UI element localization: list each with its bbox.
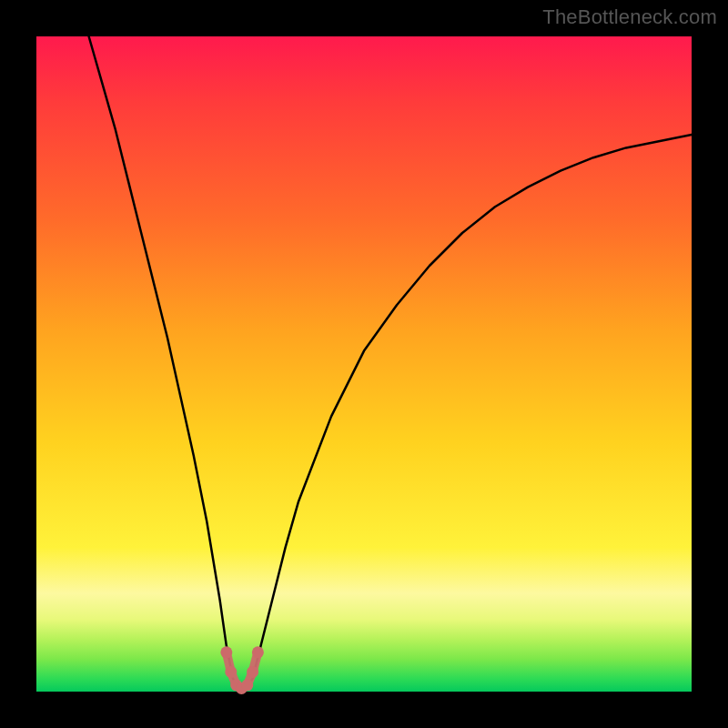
bottleneck-curve <box>89 36 692 688</box>
trough-marker <box>220 646 232 658</box>
trough-marker <box>225 666 237 678</box>
bottleneck-curve-path <box>89 36 692 688</box>
curve-layer <box>36 36 692 692</box>
chart-frame: TheBottleneck.com <box>0 0 728 728</box>
trough-marker <box>241 679 253 691</box>
plot-area <box>36 36 692 692</box>
trough-markers <box>220 646 264 694</box>
watermark-text: TheBottleneck.com <box>542 5 717 29</box>
trough-marker <box>247 666 258 678</box>
trough-marker <box>252 646 264 658</box>
